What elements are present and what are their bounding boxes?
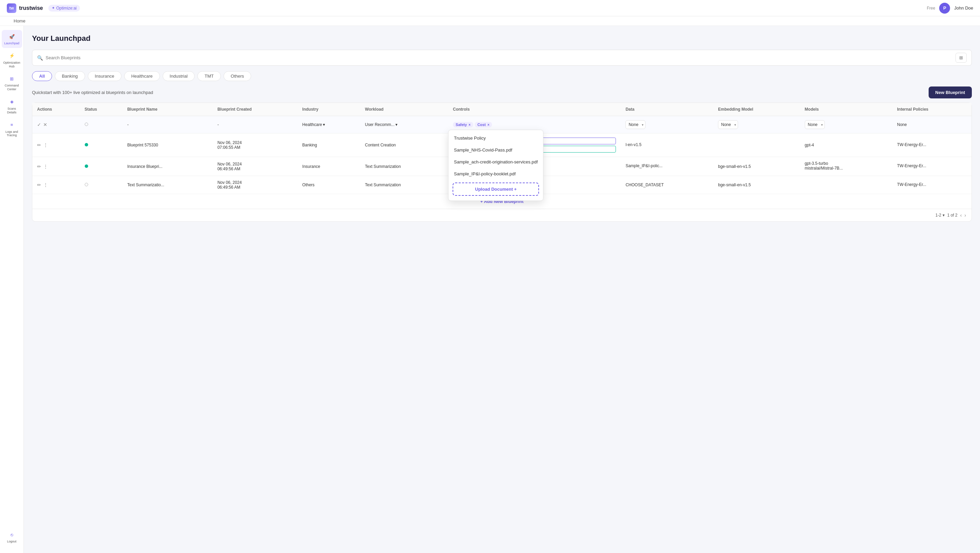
row2-workload: Text Summarization	[360, 157, 449, 176]
status-dot-grey-3	[85, 183, 88, 186]
main-content: Your Launchpad 🔍 ⊞ All Banking Insurance…	[24, 26, 980, 553]
confirm-icon[interactable]: ✓	[37, 122, 41, 127]
scan-icon: ◈	[8, 98, 16, 105]
filter-tab-healthcare[interactable]: Healthcare	[124, 71, 160, 81]
filter-tab-tmt[interactable]: TMT	[197, 71, 221, 81]
user-name: John Doe	[954, 5, 973, 11]
row3-actions: ✏ ⋮	[32, 176, 80, 194]
row1-policies: TW-Energy-Er...	[892, 134, 972, 157]
cost-remove-btn[interactable]: ×	[487, 123, 489, 127]
editing-row-name: -	[123, 116, 213, 134]
prev-page-button[interactable]: ‹	[960, 212, 962, 218]
sidebar-item-scans-details-label: Scans Details	[4, 107, 20, 115]
industry-dropdown[interactable]: Healthcare ▾	[302, 122, 355, 127]
row2-edit-icon[interactable]: ✏	[37, 164, 41, 169]
row2-name: Insurance Bluepri...	[123, 157, 213, 176]
logout-icon: ⎋	[8, 531, 16, 539]
home-link[interactable]: Home	[14, 18, 25, 24]
row3-more-icon[interactable]: ⋮	[43, 182, 48, 188]
embedding-select-wrapper: None	[718, 120, 738, 129]
sidebar-item-optimization-hub-label: Optimization Hub	[3, 61, 20, 69]
controls-editing: Safety × Cost ×	[453, 122, 616, 127]
filter-tab-insurance[interactable]: Insurance	[88, 71, 121, 81]
sidebar-item-scans-details[interactable]: ◈ Scans Details	[2, 96, 22, 117]
cancel-icon[interactable]: ✕	[43, 122, 47, 127]
controls-dropdown: Trustwise Policy Sample_NHS-Covid-Pass.p…	[448, 130, 543, 201]
filter-tab-all[interactable]: All	[32, 71, 52, 81]
row1-status	[80, 134, 123, 157]
th-blueprint-created: Blueprint Created	[213, 103, 298, 116]
sidebar-item-launchpad-label: Launchpad	[4, 41, 19, 45]
free-badge: Free	[927, 6, 935, 11]
th-blueprint-name: Blueprint Name	[123, 103, 213, 116]
terminal-icon: ⊞	[8, 75, 16, 83]
sidebar-item-logout[interactable]: ⎋ Logout	[2, 528, 22, 546]
filter-tab-banking[interactable]: Banking	[55, 71, 85, 81]
row1-workload: Content Creation	[360, 134, 449, 157]
sidebar-item-logs-tracing-label: Logs and Tracing	[4, 130, 20, 137]
sidebar-item-logs-tracing[interactable]: ≡ Logs and Tracing	[2, 118, 22, 140]
editing-row-data: None	[620, 116, 713, 134]
industry-value: Healthcare	[302, 122, 322, 127]
blueprint-table-container: Actions Status Blueprint Name Blueprint …	[32, 102, 972, 222]
row1-created: Nov 06, 202407:06:55 AM	[213, 134, 298, 157]
search-input[interactable]	[46, 55, 953, 60]
new-blueprint-button[interactable]: New Blueprint	[929, 86, 972, 99]
sidebar-item-command-center[interactable]: ⊞ Command Center	[2, 72, 22, 94]
sidebar-item-optimization-hub[interactable]: ⚡ Optimization Hub	[2, 49, 22, 71]
th-data: Data	[620, 103, 713, 116]
row3-name: Text Summarizatio...	[123, 176, 213, 194]
dropdown-item-nhs[interactable]: Sample_NHS-Covid-Pass.pdf	[449, 144, 543, 156]
row2-more-icon[interactable]: ⋮	[43, 164, 48, 169]
section-description: Quickstart with 100+ live optimized ai b…	[32, 90, 153, 95]
data-select[interactable]: None	[625, 120, 646, 129]
dropdown-item-ipandi[interactable]: Sample_IP&I-policy-booklet.pdf	[449, 168, 543, 180]
per-page-select[interactable]: 1-2 ▾	[935, 213, 945, 218]
th-actions: Actions	[32, 103, 80, 116]
table-header-row: Actions Status Blueprint Name Blueprint …	[32, 103, 972, 116]
filter-tabs: All Banking Insurance Healthcare Industr…	[32, 71, 972, 81]
sidebar-item-launchpad[interactable]: 🚀 Launchpad	[2, 30, 22, 48]
next-page-button[interactable]: ›	[964, 212, 966, 218]
blueprint-table: Actions Status Blueprint Name Blueprint …	[32, 103, 972, 209]
page-count: 1 of 2	[947, 213, 958, 218]
models-select[interactable]: None	[805, 120, 825, 129]
row2-embedding: bge-small-en-v1.5	[713, 157, 800, 176]
dropdown-item-ach[interactable]: Sample_ach-credit-origination-services.p…	[449, 156, 543, 168]
search-icon: 🔍	[37, 55, 43, 61]
row1-more-icon[interactable]: ⋮	[43, 142, 48, 148]
optimize-badge-text: Optimize:ai	[56, 6, 76, 11]
sidebar-item-logout-label: Logout	[7, 540, 17, 543]
row2-policies: TW-Energy-Er...	[892, 157, 972, 176]
user-avatar: P	[939, 3, 950, 14]
row1-edit-icon[interactable]: ✏	[37, 142, 41, 148]
embedding-select[interactable]: None	[718, 120, 738, 129]
chart-icon: ⚡	[8, 52, 16, 60]
row1-data: l-en-v1.5	[620, 134, 713, 157]
filter-tab-others[interactable]: Others	[224, 71, 251, 81]
filter-button[interactable]: ⊞	[956, 53, 967, 63]
logo-icon: tw	[7, 3, 16, 13]
logo: tw trustwise	[7, 3, 43, 13]
row2-actions: ✏ ⋮	[32, 157, 80, 176]
safety-remove-btn[interactable]: ×	[469, 123, 471, 127]
status-dot-green-1	[85, 143, 88, 147]
row2-industry: Insurance	[298, 157, 360, 176]
editing-row-controls: Safety × Cost × Trustwise Policy Sa	[448, 116, 620, 134]
workload-dropdown[interactable]: User Recomm... ▾	[365, 122, 444, 127]
editing-row-status	[80, 116, 123, 134]
sidebar: 🚀 Launchpad ⚡ Optimization Hub ⊞ Command…	[0, 26, 24, 553]
th-status: Status	[80, 103, 123, 116]
sidebar-item-command-center-label: Command Center	[4, 84, 20, 91]
safety-tag: Safety ×	[453, 122, 473, 127]
dropdown-item-trustwise[interactable]: Trustwise Policy	[449, 132, 543, 144]
row3-models	[800, 176, 892, 194]
row1-action-icons: ✏ ⋮	[37, 142, 75, 148]
filter-tab-industrial[interactable]: Industrial	[163, 71, 195, 81]
pagination: 1-2 ▾ 1 of 2 ‹ ›	[32, 209, 972, 222]
search-bar: 🔍 ⊞	[32, 50, 972, 66]
rocket-icon: 🚀	[8, 33, 16, 40]
row3-edit-icon[interactable]: ✏	[37, 182, 41, 188]
row1-actions: ✏ ⋮	[32, 134, 80, 157]
upload-document-button[interactable]: Upload Document +	[453, 183, 539, 196]
